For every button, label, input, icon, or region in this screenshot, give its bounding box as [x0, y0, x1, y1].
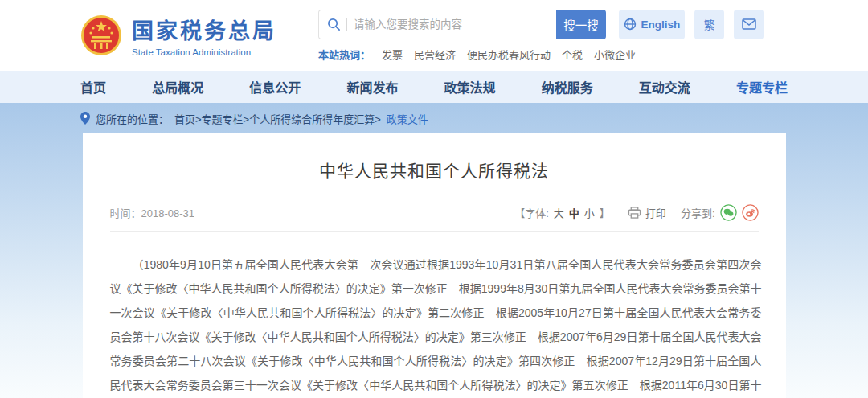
search-input[interactable] [354, 18, 548, 31]
font-size-controls: 【字体: 大 中 小 】 [514, 205, 610, 220]
english-label: English [641, 18, 681, 31]
search-button[interactable]: 搜一搜 [556, 10, 606, 39]
search-box [318, 10, 556, 39]
print-label: 打印 [645, 205, 666, 220]
location-pin-icon [80, 112, 90, 125]
site-header: 国家税务总局 State Taxation Administration 搜一搜 [0, 0, 868, 71]
hot-word-link[interactable]: 民营经济 [414, 47, 456, 62]
site-subtitle: State Taxation Administration [132, 47, 276, 57]
nav-item-news[interactable]: 新闻发布 [346, 77, 398, 96]
breadcrumb: 您所在的位置： 首页>专题专栏>个人所得综合所得年度汇算> 政策文件 [0, 103, 868, 133]
hot-word-link[interactable]: 便民办税春风行动 [467, 47, 551, 62]
search-divider [346, 18, 347, 31]
breadcrumb-label: 您所在的位置： [96, 111, 169, 126]
date-label: 时间： [110, 207, 141, 220]
weibo-share-icon[interactable] [742, 204, 759, 221]
hot-word-link[interactable]: 小微企业 [594, 47, 636, 62]
breadcrumb-current[interactable]: 政策文件 [387, 111, 428, 126]
wechat-share-icon[interactable] [720, 204, 737, 221]
hot-word-link[interactable]: 发票 [382, 47, 403, 62]
mail-button[interactable] [734, 10, 764, 39]
article-title: 中华人民共和国个人所得税法 [83, 158, 786, 182]
search-icon [327, 18, 341, 31]
hot-words: 本站热词： 发票 民营经济 便民办税春风行动 个税 小微企业 [318, 47, 764, 62]
national-emblem-icon [80, 14, 122, 56]
main-nav: 首页 总局概况 信息公开 新闻发布 政策法规 纳税服务 互动交流 专题专栏 [0, 71, 868, 103]
site-title: 国家税务总局 [132, 14, 276, 45]
english-button[interactable]: English [619, 10, 685, 39]
globe-icon [624, 18, 637, 31]
mail-icon [742, 18, 756, 30]
hot-words-label: 本站热词： [318, 47, 371, 62]
hot-word-link[interactable]: 个税 [562, 47, 583, 62]
nav-item-home[interactable]: 首页 [80, 77, 106, 96]
article-card: 中华人民共和国个人所得税法 时间：2018-08-31 【字体: 大 中 小 】 [83, 133, 786, 398]
print-button[interactable]: 打印 [628, 205, 666, 220]
traditional-chinese-button[interactable]: 繁 [694, 10, 724, 39]
nav-item-overview[interactable]: 总局概况 [152, 77, 203, 96]
article-body: （1980年9月10日第五届全国人民代表大会第三次会议通过根据1993年10月3… [83, 232, 786, 398]
content-zone: 您所在的位置： 首页>专题专栏>个人所得综合所得年度汇算> 政策文件 中华人民共… [0, 103, 868, 398]
nav-item-special-topics[interactable]: 专题专栏 [736, 77, 788, 96]
font-size-large[interactable]: 大 [554, 205, 564, 220]
date-value: 2018-08-31 [141, 207, 195, 220]
printer-icon [628, 207, 641, 219]
share-controls: 分享到: [681, 204, 759, 221]
site-logo[interactable]: 国家税务总局 State Taxation Administration [80, 14, 276, 57]
font-size-suffix: 】 [600, 205, 610, 220]
nav-item-info-disclosure[interactable]: 信息公开 [249, 77, 301, 96]
breadcrumb-trail[interactable]: 首页>专题专栏>个人所得综合所得年度汇算> [174, 111, 381, 126]
font-size-prefix: 【字体: [514, 205, 549, 220]
search-area: 搜一搜 English 繁 [318, 10, 764, 62]
nav-item-interaction[interactable]: 互动交流 [639, 77, 690, 96]
share-label: 分享到: [681, 205, 715, 220]
font-size-small[interactable]: 小 [584, 205, 595, 220]
font-size-medium[interactable]: 中 [569, 205, 579, 220]
nav-item-policies[interactable]: 政策法规 [444, 77, 496, 96]
nav-item-tax-services[interactable]: 纳税服务 [542, 77, 593, 96]
article-meta: 时间：2018-08-31 【字体: 大 中 小 】 [83, 204, 786, 221]
article-date: 时间：2018-08-31 [110, 205, 195, 220]
